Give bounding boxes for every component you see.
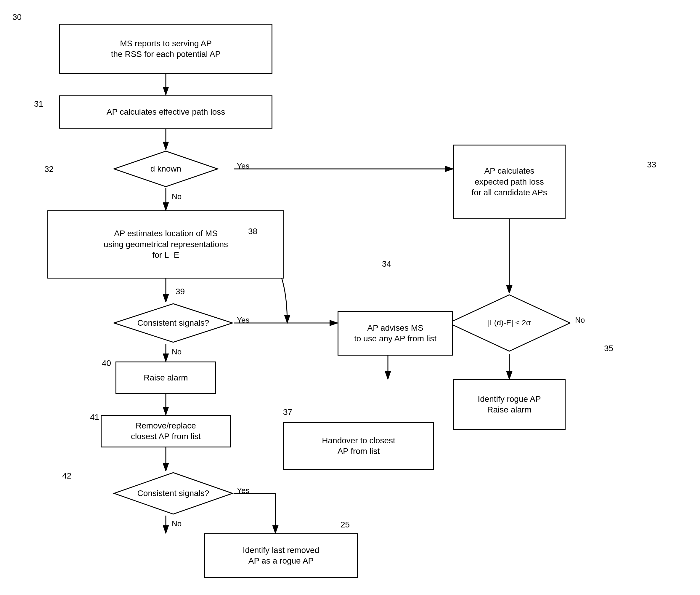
diamond-ld-e-text: |L(d)-E| ≤ 2σ <box>488 318 531 328</box>
label-40: 40 <box>102 359 111 368</box>
box-raise-alarm: Raise alarm <box>116 362 216 394</box>
box-handover: Handover to closestAP from list <box>283 422 434 470</box>
label-25: 25 <box>340 520 350 530</box>
label-35: 35 <box>604 344 613 353</box>
box-remove-replace-text: Remove/replaceclosest AP from list <box>131 421 201 442</box>
label-37: 37 <box>283 407 292 417</box>
diamond-d-known-text: d known <box>150 164 181 174</box>
label-34: 34 <box>382 259 391 269</box>
box-ap-estimates: AP estimates location of MSusing geometr… <box>48 210 284 279</box>
no-label-d-known: No <box>172 192 182 201</box>
yes-label-d-known: Yes <box>237 162 249 171</box>
diamond-consistent1-text: Consistent signals? <box>138 318 209 328</box>
label-39: 39 <box>176 287 185 296</box>
box-identify-last: Identify last removedAP as a rogue AP <box>204 533 358 578</box>
box-raise-alarm-text: Raise alarm <box>144 372 188 383</box>
no-label-consistent2: No <box>172 519 182 528</box>
label-33: 33 <box>647 160 656 169</box>
box-ap-advises-text: AP advises MSto use any AP from list <box>354 323 436 344</box>
no-label-ld-e: No <box>575 316 585 325</box>
diamond-consistent2-text: Consistent signals? <box>138 488 209 499</box>
diamond-consistent1: Consistent signals? <box>113 302 234 344</box>
box-identify-rogue-text: Identify rogue APRaise alarm <box>478 394 541 416</box>
box-ap-calculates-text: AP calculates effective path loss <box>106 107 225 117</box>
box-identify-rogue: Identify rogue APRaise alarm <box>453 379 566 430</box>
diamond-consistent2: Consistent signals? <box>113 471 234 516</box>
yes-label-consistent1: Yes <box>237 316 249 325</box>
diagram: 30 MS reports to serving APthe RSS for e… <box>0 0 700 595</box>
label-30: 30 <box>12 12 22 22</box>
box-ap-calculates-expected-text: AP calculatesexpected path lossfor all c… <box>471 166 547 198</box>
box-ap-calculates: AP calculates effective path loss <box>59 95 272 129</box>
box-ap-estimates-text: AP estimates location of MSusing geometr… <box>104 228 228 260</box>
label-42: 42 <box>62 471 71 481</box>
box-handover-text: Handover to closestAP from list <box>322 435 395 457</box>
arrows-layer <box>0 0 700 595</box>
label-41: 41 <box>90 413 99 422</box>
yes-label-consistent2: Yes <box>237 486 249 495</box>
no-label-consistent1: No <box>172 347 182 357</box>
label-32: 32 <box>44 165 54 174</box>
box-ms-reports-text: MS reports to serving APthe RSS for each… <box>111 38 221 60</box>
label-31: 31 <box>34 99 43 109</box>
box-ap-advises: AP advises MSto use any AP from list <box>338 311 453 356</box>
box-ms-reports: MS reports to serving APthe RSS for each… <box>59 24 272 74</box>
diamond-ld-e: |L(d)-E| ≤ 2σ <box>447 293 572 352</box>
diamond-d-known: d known <box>113 150 219 188</box>
label-38: 38 <box>248 227 257 236</box>
box-identify-last-text: Identify last removedAP as a rogue AP <box>243 545 319 567</box>
box-ap-calculates-expected: AP calculatesexpected path lossfor all c… <box>453 145 566 219</box>
box-remove-replace: Remove/replaceclosest AP from list <box>101 415 231 448</box>
